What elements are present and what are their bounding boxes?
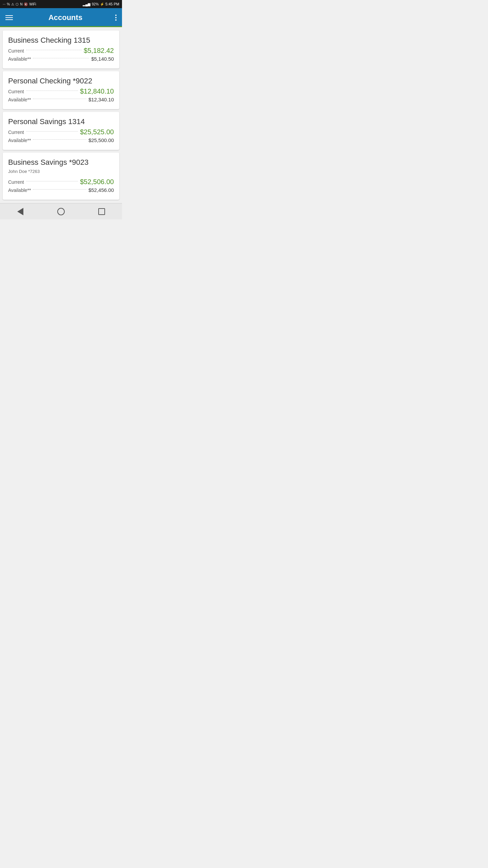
available-balance-row-0: Available** $5,140.50 [8, 56, 114, 62]
account-name-1: Personal Checking *9022 [8, 77, 114, 85]
menu-button[interactable] [5, 15, 13, 20]
bottom-nav [0, 203, 122, 219]
more-options-button[interactable] [115, 15, 117, 21]
recents-button[interactable] [92, 205, 112, 218]
app-bar: Accounts [0, 8, 122, 27]
mute-icon: 🔇 [24, 2, 28, 6]
available-balance-row-1: Available** $12,340.10 [8, 97, 114, 102]
available-label-2: Available** [8, 138, 31, 143]
available-balance-row-2: Available** $25,500.00 [8, 137, 114, 143]
available-label-1: Available** [8, 97, 31, 102]
account-name-3: Business Savings *9023 [8, 158, 114, 167]
dots-current-3 [26, 181, 78, 181]
home-icon [57, 208, 65, 215]
dots-available-0 [33, 58, 89, 58]
dot-3 [115, 19, 117, 21]
back-button[interactable] [10, 205, 30, 218]
dots-available-1 [33, 99, 86, 99]
account-card-2[interactable]: Personal Savings 1314 Current $25,525.00… [3, 112, 119, 150]
available-label-0: Available** [8, 56, 31, 62]
available-balance-row-3: Available** $52,456.00 [8, 187, 114, 193]
account-sub-3: John Doe *7263 [8, 169, 114, 174]
current-balance-row-1: Current $12,840.10 [8, 87, 114, 95]
current-label-1: Current [8, 89, 24, 94]
dots-current-1 [26, 91, 78, 91]
bluetooth-icon: ⬡ [16, 2, 19, 6]
account-name-0: Business Checking 1315 [8, 36, 114, 45]
current-balance-row-2: Current $25,525.00 [8, 128, 114, 136]
alert-icon: ⚠ [11, 2, 14, 6]
current-amount-0: $5,182.42 [84, 47, 114, 55]
battery-icon: ⚡ [100, 2, 104, 6]
dot-2 [115, 17, 117, 18]
hamburger-line-2 [5, 17, 13, 18]
recents-icon [98, 208, 105, 215]
wifi-icon: WiFi [29, 2, 36, 6]
account-name-2: Personal Savings 1314 [8, 117, 114, 126]
hamburger-line-3 [5, 19, 13, 20]
status-left-icons: ··· % ⚠ ⬡ N 🔇 WiFi [3, 2, 36, 6]
time: 5:45 PM [105, 2, 119, 6]
battery-percent: 92% [92, 2, 99, 6]
available-amount-0: $5,140.50 [91, 56, 114, 62]
signal-icon: ▂▄▆ [83, 2, 90, 6]
notification-icon: ··· [3, 2, 5, 6]
back-icon [17, 208, 23, 215]
dots-current-0 [26, 50, 82, 50]
available-amount-3: $52,456.00 [88, 187, 114, 193]
available-label-3: Available** [8, 188, 31, 193]
available-amount-1: $12,340.10 [88, 97, 114, 102]
current-balance-row-3: Current $52,506.00 [8, 178, 114, 186]
home-button[interactable] [51, 205, 71, 218]
status-right-icons: ▂▄▆ 92% ⚡ 5:45 PM [83, 2, 119, 6]
account-card-0[interactable]: Business Checking 1315 Current $5,182.42… [3, 31, 119, 68]
account-card-1[interactable]: Personal Checking *9022 Current $12,840.… [3, 71, 119, 109]
page-title: Accounts [48, 13, 82, 22]
dot-1 [115, 15, 117, 16]
account-card-3[interactable]: Business Savings *9023 John Doe *7263 Cu… [3, 153, 119, 200]
dots-available-2 [33, 139, 86, 140]
current-label-3: Current [8, 179, 24, 185]
current-label-2: Current [8, 130, 24, 135]
accounts-list: Business Checking 1315 Current $5,182.42… [0, 27, 122, 203]
current-label-0: Current [8, 48, 24, 54]
hamburger-line-1 [5, 15, 13, 16]
current-amount-1: $12,840.10 [80, 87, 114, 95]
status-bar: ··· % ⚠ ⬡ N 🔇 WiFi ▂▄▆ 92% ⚡ 5:45 PM [0, 0, 122, 8]
nfc-icon: N [20, 2, 22, 6]
dots-current-2 [26, 131, 78, 132]
current-amount-2: $25,525.00 [80, 128, 114, 136]
current-amount-3: $52,506.00 [80, 178, 114, 186]
percent-icon: % [7, 2, 10, 6]
current-balance-row-0: Current $5,182.42 [8, 47, 114, 55]
dots-available-3 [33, 189, 86, 190]
available-amount-2: $25,500.00 [88, 137, 114, 143]
